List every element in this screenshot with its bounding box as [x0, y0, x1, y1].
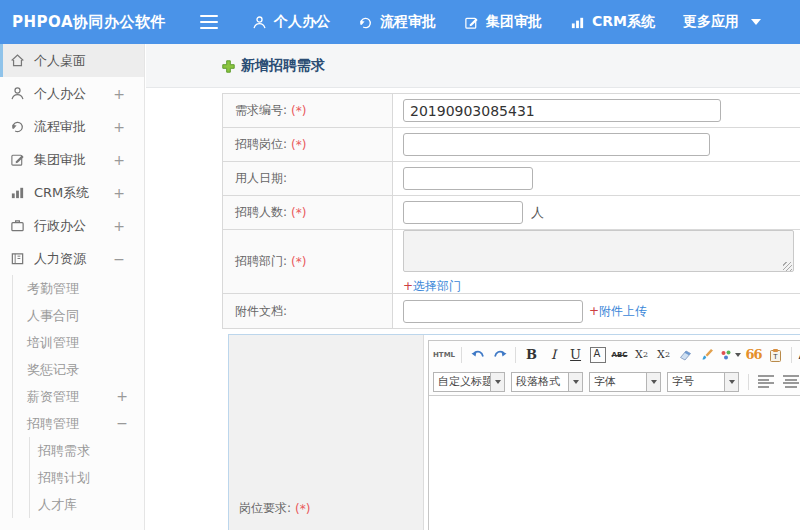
- field-label: 附件文档:: [223, 294, 393, 328]
- sidebar-item-attendance[interactable]: 考勤管理: [13, 275, 144, 302]
- sidebar-item-salary[interactable]: 薪资管理 +: [13, 383, 144, 410]
- paragraph-format-select[interactable]: 段落格式: [511, 372, 583, 392]
- topnav-label: 集团审批: [486, 13, 542, 31]
- bold-button[interactable]: B: [522, 345, 541, 365]
- resize-handle-icon[interactable]: [783, 262, 792, 271]
- font-family-select[interactable]: 字体: [589, 372, 661, 392]
- sidebar-item-personal-office[interactable]: 个人办公 +: [0, 77, 144, 110]
- sidebar-item-rewards[interactable]: 奖惩记录: [13, 356, 144, 383]
- position-input[interactable]: [403, 133, 710, 156]
- topnav-more-apps[interactable]: 更多应用: [669, 0, 775, 44]
- sidebar-item-hr-contract[interactable]: 人事合同: [13, 302, 144, 329]
- hire-date-input[interactable]: [403, 167, 533, 190]
- format-painter-button[interactable]: [698, 345, 717, 365]
- required-mark: (*): [291, 255, 306, 269]
- recruit-request-form: 需求编号:(*) 招聘岗位:(*) 用人日期: 招聘人数:(*) 人 招聘部门:…: [222, 93, 800, 329]
- process-icon: [358, 15, 373, 30]
- form-row-request-no: 需求编号:(*): [223, 94, 800, 127]
- sidebar-item-label: CRM系统: [34, 184, 89, 202]
- topnav-label: CRM系统: [592, 13, 655, 31]
- request-no-input[interactable]: [403, 99, 721, 122]
- undo-button[interactable]: [468, 345, 487, 365]
- editor-cell: HTML B I U A ABC X2 X2 66 T A ab: [424, 335, 800, 530]
- source-code-button[interactable]: HTML: [433, 345, 455, 365]
- sidebar-item-label: 集团审批: [34, 151, 86, 169]
- font-size-select[interactable]: 字号: [667, 372, 739, 392]
- editor-content-area[interactable]: [429, 395, 800, 530]
- toolbar-separator: [748, 374, 749, 390]
- sidebar-item-label: 行政办公: [34, 217, 86, 235]
- expand-toggle[interactable]: +: [113, 185, 125, 201]
- book-icon: [10, 251, 25, 266]
- topnav-crm[interactable]: CRM系统: [556, 0, 669, 44]
- person-icon: [10, 86, 25, 101]
- field-label: 岗位要求:(*): [239, 500, 310, 517]
- department-textarea[interactable]: [403, 230, 794, 272]
- editor-toolbar-row2: 自定义标题 段落格式 字体 字号: [429, 368, 800, 395]
- sidebar-item-talent-pool[interactable]: 人才库: [30, 491, 144, 518]
- remove-format-button[interactable]: [676, 345, 695, 365]
- attachment-input[interactable]: [403, 300, 583, 323]
- sidebar-item-recruit-request[interactable]: 招聘需求: [30, 437, 144, 464]
- upload-attachment-link[interactable]: +附件上传: [589, 303, 647, 320]
- toolbar-separator: [461, 347, 462, 363]
- unit-suffix: 人: [531, 204, 544, 222]
- sidebar-item-label: 流程审批: [34, 118, 86, 136]
- align-center-button[interactable]: [783, 375, 799, 388]
- underline-button[interactable]: U: [566, 345, 585, 365]
- redo-icon: [493, 349, 507, 361]
- sidebar-item-admin-office[interactable]: 行政办公 +: [0, 209, 144, 242]
- hamburger-menu-icon[interactable]: [200, 15, 218, 29]
- home-icon: [10, 53, 25, 68]
- caret-down-icon: [647, 372, 661, 392]
- expand-toggle[interactable]: +: [113, 152, 125, 168]
- strikethrough-button[interactable]: ABC: [610, 345, 629, 365]
- field-label: 需求编号:(*): [223, 94, 393, 127]
- color-palette-button[interactable]: [720, 345, 741, 365]
- collapse-toggle[interactable]: −: [113, 251, 125, 267]
- form-row-job-requirement: 岗位要求:(*) HTML B I U A ABC X2 X2 66: [228, 334, 800, 530]
- expand-toggle[interactable]: +: [113, 119, 125, 135]
- sidebar-item-training[interactable]: 培训管理: [13, 329, 144, 356]
- sidebar-item-hr[interactable]: 人力资源 −: [0, 242, 144, 275]
- briefcase-icon: [10, 218, 25, 233]
- style-button[interactable]: A: [588, 345, 607, 365]
- sidebar-item-workflow-approval[interactable]: 流程审批 +: [0, 110, 144, 143]
- brush-icon: [701, 348, 714, 361]
- subscript-button[interactable]: X2: [654, 345, 673, 365]
- sidebar-item-recruit-plan[interactable]: 招聘计划: [30, 464, 144, 491]
- field-label: 招聘岗位:(*): [223, 128, 393, 161]
- sidebar-item-group-approval[interactable]: 集团审批 +: [0, 143, 144, 176]
- collapse-toggle[interactable]: −: [116, 410, 128, 437]
- redo-button[interactable]: [490, 345, 509, 365]
- custom-heading-select[interactable]: 自定义标题: [433, 372, 505, 392]
- superscript-button[interactable]: X2: [632, 345, 651, 365]
- paste-button[interactable]: T: [766, 345, 785, 365]
- expand-toggle[interactable]: +: [116, 383, 128, 410]
- field-label: 用人日期:: [223, 162, 393, 195]
- svg-text:T: T: [772, 353, 778, 361]
- align-left-button[interactable]: [758, 375, 774, 388]
- topnav-group-approval[interactable]: 集团审批: [450, 0, 556, 44]
- headcount-input[interactable]: [403, 201, 523, 224]
- sidebar-item-personal-desktop[interactable]: 个人桌面: [0, 44, 144, 77]
- bar-chart-icon: [570, 15, 585, 30]
- sidebar-item-recruitment[interactable]: 招聘管理 −: [13, 410, 144, 437]
- expand-toggle[interactable]: +: [113, 86, 125, 102]
- required-mark: (*): [291, 206, 306, 220]
- sidebar-item-label: 人力资源: [34, 250, 86, 268]
- expand-toggle[interactable]: +: [113, 218, 125, 234]
- blockquote-button[interactable]: 66: [744, 345, 763, 365]
- italic-button[interactable]: I: [544, 345, 563, 365]
- app-brand: PHPOA协同办公软件: [12, 0, 166, 44]
- topnav-personal-office[interactable]: 个人办公: [238, 0, 344, 44]
- caret-down-icon: [735, 353, 741, 357]
- select-department-link[interactable]: +选择部门: [403, 278, 461, 295]
- topnav-workflow-approval[interactable]: 流程审批: [344, 0, 450, 44]
- person-icon: [252, 15, 267, 30]
- sidebar-item-crm[interactable]: CRM系统 +: [0, 176, 144, 209]
- caret-down-icon: [725, 372, 739, 392]
- undo-icon: [471, 349, 485, 361]
- sidebar-item-label: 个人桌面: [34, 52, 86, 70]
- caret-down-icon: [751, 19, 761, 25]
